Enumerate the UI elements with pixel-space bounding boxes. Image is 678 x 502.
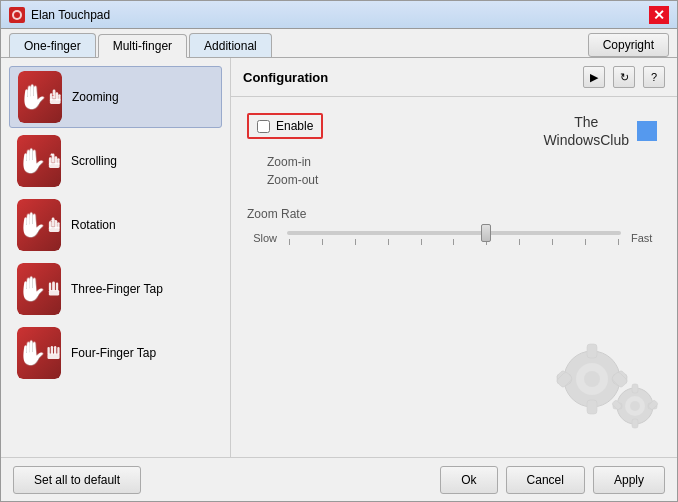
sidebar: + Zooming	[1, 58, 231, 457]
enable-checkbox[interactable]	[257, 120, 270, 133]
slider-track	[287, 231, 621, 235]
config-content: Enable The WindowsClub Zoom-in Zoom-out	[231, 97, 677, 457]
brand-square	[637, 121, 657, 141]
tick	[585, 239, 586, 245]
svg-rect-18	[49, 282, 51, 290]
slider-row: Slow	[247, 231, 661, 245]
tabs-bar: One-finger Multi-finger Additional Copyr…	[1, 29, 677, 58]
gear-decoration	[547, 334, 667, 447]
fast-label: Fast	[631, 232, 661, 244]
slider-ticks	[287, 239, 621, 245]
sidebar-item-three-finger-tap[interactable]: Three-Finger Tap	[9, 258, 222, 320]
svg-rect-42	[632, 419, 638, 428]
slider-thumb[interactable]	[481, 224, 491, 242]
rotation-icon	[17, 199, 61, 251]
svg-rect-23	[51, 346, 53, 354]
main-window: Elan Touchpad ✕ One-finger Multi-finger …	[0, 0, 678, 502]
config-panel: Configuration ▶ ↻ ? Enable The WindowsCl…	[231, 58, 677, 457]
play-button[interactable]: ▶	[583, 66, 605, 88]
three-finger-tap-label: Three-Finger Tap	[71, 282, 163, 296]
app-icon	[9, 7, 25, 23]
zooming-label: Zooming	[72, 90, 119, 104]
config-title: Configuration	[243, 70, 575, 85]
set-default-button[interactable]: Set all to default	[13, 466, 141, 494]
svg-rect-25	[57, 347, 59, 354]
zooming-icon: +	[18, 71, 62, 123]
three-finger-tap-icon	[17, 263, 61, 315]
title-bar: Elan Touchpad ✕	[1, 1, 677, 29]
footer: Set all to default Ok Cancel Apply	[1, 457, 677, 501]
tick	[289, 239, 290, 245]
svg-point-40	[630, 401, 640, 411]
zoom-out-label: Zoom-out	[267, 173, 661, 187]
close-button[interactable]: ✕	[649, 6, 669, 24]
tab-one-finger[interactable]: One-finger	[9, 33, 96, 57]
zoom-rate-label: Zoom Rate	[247, 207, 661, 221]
footer-right-buttons: Ok Cancel Apply	[440, 466, 665, 494]
tick	[453, 239, 454, 245]
brand-area: The WindowsClub	[543, 113, 657, 149]
config-header: Configuration ▶ ↻ ?	[231, 58, 677, 97]
tick	[618, 239, 619, 245]
svg-rect-31	[587, 400, 597, 414]
zoom-in-label: Zoom-in	[267, 155, 661, 169]
tab-multi-finger[interactable]: Multi-finger	[98, 34, 187, 58]
zoom-rate-section: Zoom Rate Slow	[247, 207, 661, 245]
svg-rect-6	[50, 99, 61, 104]
apply-button[interactable]: Apply	[593, 466, 665, 494]
refresh-button[interactable]: ↻	[613, 66, 635, 88]
svg-rect-19	[52, 282, 55, 291]
tick	[519, 239, 520, 245]
ok-button[interactable]: Ok	[440, 466, 497, 494]
copyright-button[interactable]: Copyright	[588, 33, 669, 57]
brand-text: The WindowsClub	[543, 113, 629, 149]
svg-rect-12	[49, 163, 60, 168]
sidebar-item-rotation[interactable]: Rotation	[9, 194, 222, 256]
slow-label: Slow	[247, 232, 277, 244]
four-finger-tap-icon	[17, 327, 61, 379]
sidebar-item-four-finger-tap[interactable]: Four-Finger Tap	[9, 322, 222, 384]
tick	[355, 239, 356, 245]
zoom-labels: Zoom-in Zoom-out	[247, 155, 661, 191]
svg-rect-22	[47, 347, 49, 354]
four-finger-tap-label: Four-Finger Tap	[71, 346, 156, 360]
svg-rect-41	[632, 384, 638, 393]
svg-rect-30	[587, 344, 597, 358]
svg-rect-20	[56, 282, 58, 290]
scrolling-icon	[17, 135, 61, 187]
enable-row: Enable	[247, 113, 323, 139]
svg-rect-21	[49, 290, 59, 296]
main-content: + Zooming	[1, 58, 677, 457]
tick	[388, 239, 389, 245]
scrolling-label: Scrolling	[71, 154, 117, 168]
enable-label[interactable]: Enable	[276, 119, 313, 133]
sidebar-item-scrolling[interactable]: Scrolling	[9, 130, 222, 192]
sidebar-item-zooming[interactable]: + Zooming	[9, 66, 222, 128]
cancel-button[interactable]: Cancel	[506, 466, 585, 494]
tab-additional[interactable]: Additional	[189, 33, 272, 57]
rotation-label: Rotation	[71, 218, 116, 232]
svg-rect-24	[54, 346, 56, 354]
svg-rect-26	[47, 353, 59, 359]
svg-rect-13	[52, 218, 55, 227]
slider-container	[287, 231, 621, 245]
svg-rect-17	[49, 227, 60, 232]
window-title: Elan Touchpad	[31, 8, 649, 22]
help-button[interactable]: ?	[643, 66, 665, 88]
svg-point-29	[584, 371, 600, 387]
tick	[421, 239, 422, 245]
tick	[552, 239, 553, 245]
tick	[322, 239, 323, 245]
svg-point-1	[14, 12, 20, 18]
